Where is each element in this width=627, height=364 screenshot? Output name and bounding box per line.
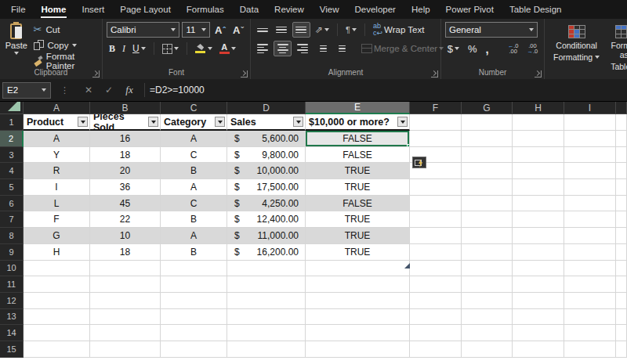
percent-format-button[interactable]: % [466,41,480,56]
row-header-5[interactable]: 5 [0,179,24,196]
cell-F1[interactable] [410,114,462,131]
cell-G11[interactable] [462,276,513,293]
cell-F2[interactable] [410,131,462,147]
filter-dropdown-button[interactable] [293,117,303,127]
cell-H9[interactable] [513,244,564,261]
cell-E9[interactable]: TRUE [306,244,410,261]
cell-G6[interactable] [462,196,513,212]
cell-J5[interactable] [616,179,627,196]
cell-E8[interactable]: TRUE [306,228,410,244]
filter-dropdown-button[interactable] [78,117,88,127]
number-format-combo[interactable]: General [445,22,538,38]
cell-E4[interactable]: TRUE [306,163,410,179]
cell-A9[interactable]: H [24,244,90,261]
row-header-11[interactable]: 11 [0,276,24,293]
cell-J7[interactable] [616,211,627,228]
cell-J11[interactable] [616,276,627,293]
cell-E13[interactable] [306,309,410,326]
cell-I7[interactable] [564,211,616,228]
cell-B15[interactable] [90,341,161,358]
cell-D14[interactable] [227,325,306,341]
cell-I8[interactable] [564,228,616,244]
cell-C9[interactable]: B [161,244,227,261]
cell-G12[interactable] [462,293,513,309]
cell-C5[interactable]: A [161,179,227,196]
cell-D9[interactable]: $16,200.00 [227,244,306,261]
filter-dropdown-button[interactable] [148,117,158,127]
cell-A12[interactable] [24,293,90,309]
column-header-I[interactable]: I [564,102,616,114]
cell-H8[interactable] [513,228,564,244]
cell-G5[interactable] [462,179,513,196]
cell-A8[interactable]: G [24,228,90,244]
cell-F15[interactable] [410,341,462,358]
cell-F8[interactable] [410,228,462,244]
cell-H10[interactable] [513,261,564,277]
align-center-button[interactable] [274,41,292,56]
cell-J1[interactable] [616,114,627,131]
paste-button[interactable]: Paste [4,22,29,67]
cell-A7[interactable]: F [24,211,90,228]
cell-H13[interactable] [513,309,564,326]
cell-D5[interactable]: $17,500.00 [227,179,306,196]
increase-decimal-button[interactable]: ←.0.00 [506,41,521,56]
tab-data[interactable]: Data [232,0,266,19]
cell-D11[interactable] [227,276,306,293]
cell-C8[interactable]: A [161,228,227,244]
row-header-14[interactable]: 14 [0,325,24,341]
select-all-corner[interactable] [0,102,24,114]
cell-E3[interactable]: FALSE [306,147,410,164]
tab-table-design[interactable]: Table Design [502,0,569,19]
cell-I2[interactable] [564,131,616,147]
column-header-B[interactable]: B [90,102,161,114]
row-header-9[interactable]: 9 [0,244,24,261]
row-header-13[interactable]: 13 [0,309,24,326]
cell-C4[interactable]: B [161,163,227,179]
cell-C14[interactable] [161,325,227,341]
column-header-partial[interactable] [616,102,627,114]
cell-J8[interactable] [616,228,627,244]
filter-dropdown-button[interactable] [397,117,408,127]
tab-review[interactable]: Review [266,0,312,19]
font-size-combo[interactable]: 11 [182,22,210,38]
cell-B12[interactable] [90,293,161,309]
cell-J2[interactable] [616,131,627,147]
cell-A15[interactable] [24,341,90,358]
cell-D3[interactable]: $9,800.00 [227,147,306,164]
merge-center-button[interactable]: Merge & Center [359,41,446,56]
cell-A10[interactable] [24,261,90,277]
cell-G15[interactable] [462,341,513,358]
cell-B14[interactable] [90,325,161,341]
cell-G8[interactable] [462,228,513,244]
cell-A14[interactable] [24,325,90,341]
cell-H1[interactable] [513,114,564,131]
column-header-D[interactable]: D [227,102,306,114]
cell-H5[interactable] [513,179,564,196]
cell-B5[interactable]: 36 [90,179,161,196]
orientation-button[interactable]: ⇗ [313,22,332,38]
cell-C15[interactable] [161,341,227,358]
cell-A5[interactable]: I [24,179,90,196]
cell-I5[interactable] [564,179,616,196]
cell-H4[interactable] [513,163,564,179]
tab-insert[interactable]: Insert [74,0,112,19]
cell-E1[interactable]: $10,000 or more? [306,114,410,131]
cell-G3[interactable] [462,147,513,164]
cell-E10[interactable] [306,261,410,277]
fill-color-button[interactable] [193,41,215,56]
cell-I11[interactable] [564,276,616,293]
cell-C10[interactable] [161,261,227,277]
column-header-C[interactable]: C [161,102,227,114]
cell-I10[interactable] [564,261,616,277]
row-header-7[interactable]: 7 [0,211,24,228]
table-resize-handle[interactable] [404,263,410,268]
align-bottom-button[interactable] [292,22,310,38]
cell-F5[interactable] [410,179,462,196]
cell-I14[interactable] [564,325,616,341]
row-header-2[interactable]: 2 [0,131,24,147]
cell-C2[interactable]: A [161,131,227,147]
cell-D10[interactable] [227,261,306,277]
cell-C13[interactable] [161,309,227,326]
tab-formulas[interactable]: Formulas [179,0,232,19]
copy-button[interactable]: Copy [34,38,98,52]
